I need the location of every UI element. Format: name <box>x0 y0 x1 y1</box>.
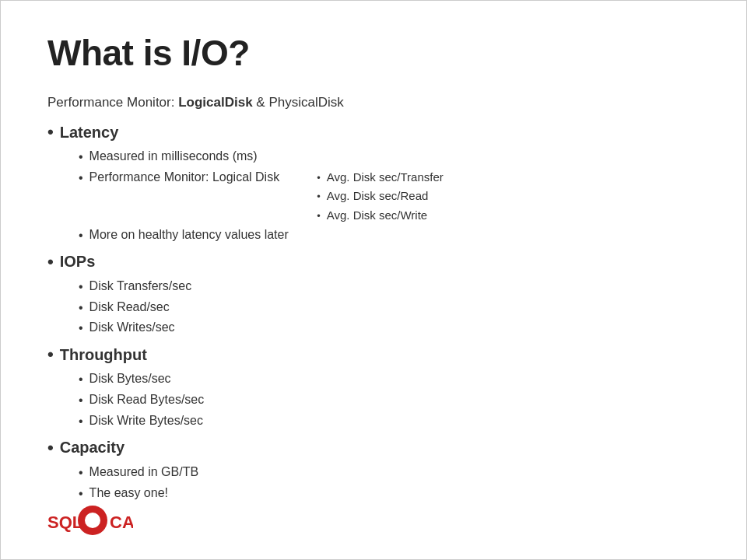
sub-item-text: More on healthy latency values later <box>89 226 289 245</box>
intro-bold: LogicalDisk <box>178 95 252 110</box>
sub-item-text: Measured in milliseconds (ms) <box>89 147 258 166</box>
child-list-item: Avg. Disk sec/Read <box>317 187 444 205</box>
sub-list-item: Disk Transfers/sec <box>79 277 700 297</box>
list-item: IOPsDisk Transfers/secDisk Read/secDisk … <box>47 249 700 338</box>
child-list: Avg. Disk sec/TransferAvg. Disk sec/Read… <box>286 168 444 225</box>
sub-item-text: The easy one! <box>89 484 168 503</box>
content-area: Performance Monitor: LogicalDisk & Physi… <box>47 93 700 503</box>
sub-item-text: Disk Write Bytes/sec <box>89 411 203 431</box>
logo-svg: SQL CAT <box>47 503 133 537</box>
sub-list-item: Disk Writes/sec <box>79 318 700 338</box>
sub-list-item: Disk Write Bytes/sec <box>79 411 700 432</box>
sub-item-text: Performance Monitor: Logical Disk <box>89 168 280 187</box>
logo: SQL CAT <box>47 503 133 537</box>
sub-list-item: The easy one! <box>79 484 700 504</box>
intro-line: Performance Monitor: LogicalDisk & Physi… <box>47 93 700 113</box>
section-label: IOPs <box>47 249 700 275</box>
slide: What is I/O? Performance Monitor: Logica… <box>0 0 747 560</box>
sub-list-item: Performance Monitor: Logical DiskAvg. Di… <box>79 168 700 225</box>
sub-list-item: Measured in milliseconds (ms) <box>79 147 700 167</box>
sub-list: Measured in GB/TBThe easy one! <box>47 463 700 504</box>
list-item: ThroughputDisk Bytes/secDisk Read Bytes/… <box>47 341 700 431</box>
intro-text: Performance Monitor: <box>47 95 178 110</box>
sub-list-item: Measured in GB/TB <box>79 463 700 483</box>
sub-list: Disk Transfers/secDisk Read/secDisk Writ… <box>47 277 700 338</box>
child-item-text: Avg. Disk sec/Transfer <box>327 168 444 186</box>
sub-item-text: Disk Read/sec <box>89 298 170 317</box>
sub-list-item: Disk Read Bytes/sec <box>79 390 700 411</box>
sub-list-item: More on healthy latency values later <box>79 226 700 246</box>
sub-list-item: Disk Bytes/sec <box>79 369 700 390</box>
sub-list: Measured in milliseconds (ms)Performance… <box>47 147 700 245</box>
sub-list: Disk Bytes/secDisk Read Bytes/secDisk Wr… <box>47 369 700 431</box>
sub-list-item: Disk Read/sec <box>79 298 700 318</box>
main-list: LatencyMeasured in milliseconds (ms)Perf… <box>47 119 700 503</box>
child-list-item: Avg. Disk sec/Write <box>317 206 444 224</box>
slide-title: What is I/O? <box>47 32 700 74</box>
child-item-text: Avg. Disk sec/Read <box>327 187 429 205</box>
section-label: Latency <box>47 119 700 145</box>
list-item: CapacityMeasured in GB/TBThe easy one! <box>47 435 700 504</box>
section-label: Throughput <box>47 341 700 368</box>
svg-point-2 <box>85 513 100 528</box>
sub-item-text: Disk Bytes/sec <box>89 369 171 389</box>
intro-text2: & PhysicalDisk <box>253 95 344 110</box>
sub-item-text: Disk Writes/sec <box>89 318 175 338</box>
child-item-text: Avg. Disk sec/Write <box>327 206 427 224</box>
list-item: LatencyMeasured in milliseconds (ms)Perf… <box>47 119 700 245</box>
sub-item-text: Disk Read Bytes/sec <box>89 390 205 410</box>
section-label: Capacity <box>47 435 700 461</box>
svg-text:SQL: SQL <box>47 513 82 532</box>
sub-item-text: Measured in GB/TB <box>89 463 199 482</box>
child-list-item: Avg. Disk sec/Transfer <box>317 168 444 186</box>
svg-text:CAT: CAT <box>110 513 133 532</box>
sub-item-text: Disk Transfers/sec <box>89 277 192 296</box>
